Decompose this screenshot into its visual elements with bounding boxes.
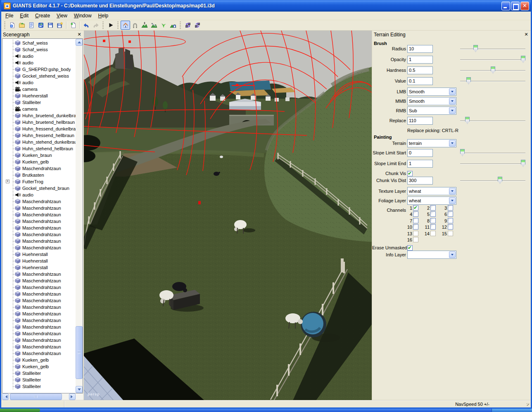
channel-12-checkbox[interactable] bbox=[448, 224, 453, 230]
slider-thumb[interactable] bbox=[465, 117, 470, 124]
channel-14-checkbox[interactable] bbox=[430, 231, 436, 236]
tree-item[interactable]: audio bbox=[2, 59, 76, 66]
tree-item[interactable]: Stallleiter bbox=[2, 376, 76, 383]
tree-item[interactable]: Gockel_stehend_weiss bbox=[2, 73, 76, 79]
tree-item[interactable]: audio bbox=[2, 79, 76, 86]
tree-item[interactable]: Kueken_braun bbox=[2, 152, 76, 159]
slider-track[interactable] bbox=[460, 121, 525, 121]
slider-thumb[interactable] bbox=[521, 160, 525, 167]
tree-item[interactable]: Maschendrahtzaun bbox=[2, 330, 76, 337]
vertical-scroll-thumb[interactable] bbox=[76, 326, 83, 379]
slider-thumb[interactable] bbox=[498, 177, 502, 184]
chevron-down-icon[interactable] bbox=[449, 188, 456, 194]
start-button[interactable] bbox=[0, 409, 40, 412]
tree-item[interactable]: camera bbox=[2, 86, 76, 92]
play-button[interactable] bbox=[106, 21, 115, 30]
channel-6-checkbox[interactable] bbox=[448, 211, 453, 217]
channel-4-checkbox[interactable] bbox=[413, 211, 418, 217]
tree-item[interactable]: Maschendrahtzaun bbox=[2, 297, 76, 304]
channel-13-checkbox[interactable] bbox=[413, 231, 418, 236]
tree-item[interactable]: Kueken_gelb bbox=[2, 159, 76, 165]
titlebar[interactable]: GIANTS Editor 4.1.7 - C:/Dokumente und E… bbox=[1, 0, 531, 12]
menu-file[interactable]: File bbox=[2, 12, 17, 19]
tree-item[interactable]: Maschendrahtzaun bbox=[2, 317, 76, 324]
open-file-button[interactable] bbox=[17, 21, 26, 30]
erase-unmasked-checkbox[interactable] bbox=[407, 245, 413, 251]
hardness-field[interactable]: 0.5 bbox=[407, 66, 433, 74]
tree-item[interactable]: Maschendrahtzaun bbox=[2, 225, 76, 231]
menu-edit[interactable]: Edit bbox=[17, 12, 32, 19]
slider-track[interactable] bbox=[460, 59, 525, 60]
slider-track[interactable] bbox=[460, 153, 525, 154]
tree-item[interactable]: Maschendrahtzaun bbox=[2, 350, 76, 357]
reload-button[interactable] bbox=[36, 21, 45, 30]
channel-16-checkbox[interactable] bbox=[413, 237, 418, 242]
tree-item[interactable]: Maschendrahtzaun bbox=[2, 198, 76, 205]
undo-button[interactable] bbox=[81, 21, 91, 30]
rmb-dropdown[interactable]: Sub bbox=[407, 107, 456, 115]
chunk-vis-dist-field[interactable]: 300 bbox=[407, 177, 433, 185]
resize-grip[interactable] bbox=[527, 403, 529, 406]
chevron-down-icon[interactable] bbox=[449, 88, 456, 95]
tree-item[interactable]: Maschendrahtzaun bbox=[2, 205, 76, 211]
hardness-slider[interactable] bbox=[460, 66, 525, 74]
tree-item[interactable]: Maschendrahtzaun bbox=[2, 218, 76, 225]
toolbar-grip[interactable] bbox=[3, 21, 6, 29]
scroll-down-icon[interactable] bbox=[76, 386, 83, 393]
tree-item[interactable]: Huhn_stehend_dunkelbraun bbox=[2, 139, 76, 145]
chevron-down-icon[interactable] bbox=[449, 251, 456, 258]
scroll-right-icon[interactable] bbox=[69, 393, 76, 400]
tree-item[interactable]: +FutterTrog bbox=[2, 178, 76, 185]
maximize-button[interactable] bbox=[511, 2, 520, 10]
replace-slider[interactable] bbox=[460, 117, 525, 125]
slope-limit-start-slider[interactable] bbox=[460, 149, 525, 157]
tree-item[interactable]: Maschendrahtzaun bbox=[2, 337, 76, 343]
menu-help[interactable]: Help bbox=[95, 12, 112, 19]
chunk-vis-checkbox[interactable] bbox=[407, 171, 413, 176]
channel-1-checkbox[interactable] bbox=[413, 205, 418, 211]
tree-item[interactable]: Stallleiter bbox=[2, 383, 76, 390]
slope-limit-end-slider[interactable] bbox=[460, 160, 525, 168]
render-settings-button[interactable] bbox=[192, 21, 202, 30]
replace-field[interactable]: 110 bbox=[407, 117, 433, 125]
channel-8-checkbox[interactable] bbox=[430, 218, 436, 223]
toolbar-grip[interactable] bbox=[116, 21, 119, 29]
value-slider[interactable] bbox=[460, 77, 525, 85]
horizontal-scroll-thumb[interactable] bbox=[10, 393, 62, 400]
foliage-paint-button[interactable] bbox=[159, 21, 168, 30]
tree-item[interactable]: Huhn_bruetend_hellbraun bbox=[2, 119, 76, 125]
slope-limit-end-field[interactable]: 1 bbox=[407, 160, 433, 168]
tree-item[interactable]: Schaf_weiss bbox=[2, 40, 76, 46]
chevron-down-icon[interactable] bbox=[449, 107, 456, 114]
magnet-button[interactable] bbox=[130, 21, 140, 30]
close-button[interactable] bbox=[520, 2, 529, 10]
tree-item[interactable]: Huhn_fressend_hellbraun bbox=[2, 132, 76, 139]
menu-view[interactable]: View bbox=[53, 12, 71, 19]
tree-item[interactable]: Gockel_stehend_braun bbox=[2, 185, 76, 192]
redo-button[interactable] bbox=[91, 21, 100, 30]
tree-item[interactable]: Maschendrahtzaun bbox=[2, 324, 76, 330]
slider-thumb[interactable] bbox=[521, 56, 525, 63]
tree-item[interactable]: Huhn_fressend_dunkelbraun bbox=[2, 125, 76, 132]
channel-11-checkbox[interactable] bbox=[430, 224, 436, 230]
tree-item[interactable]: Huhn_stehend_hellbraun bbox=[2, 145, 76, 152]
chevron-down-icon[interactable] bbox=[449, 197, 456, 204]
tree-item[interactable]: Maschendrahtzaun bbox=[2, 238, 76, 244]
terrain-dropdown[interactable]: terrain bbox=[407, 139, 456, 147]
channel-3-checkbox[interactable] bbox=[448, 205, 453, 211]
save-button[interactable] bbox=[45, 21, 55, 30]
menu-create[interactable]: Create bbox=[32, 12, 53, 19]
scenegraph-close-icon[interactable]: ✕ bbox=[76, 32, 82, 38]
channel-5-checkbox[interactable] bbox=[430, 211, 436, 217]
channel-2-checkbox[interactable] bbox=[430, 205, 436, 211]
radius-slider[interactable] bbox=[460, 45, 525, 53]
slider-thumb[interactable] bbox=[491, 66, 495, 74]
chunk-vis-dist-slider[interactable] bbox=[460, 177, 525, 185]
value-field[interactable]: 0.1 bbox=[407, 77, 433, 85]
tree-item[interactable]: Maschendrahtzaun bbox=[2, 231, 76, 238]
mmb-dropdown[interactable]: Smooth bbox=[407, 97, 456, 105]
minimize-button[interactable] bbox=[501, 2, 510, 10]
tree-item[interactable]: Stallleiter bbox=[2, 99, 76, 106]
tree-item[interactable]: Maschendrahtzaun bbox=[2, 310, 76, 317]
tree-item[interactable]: Kueken_gelb bbox=[2, 357, 76, 363]
